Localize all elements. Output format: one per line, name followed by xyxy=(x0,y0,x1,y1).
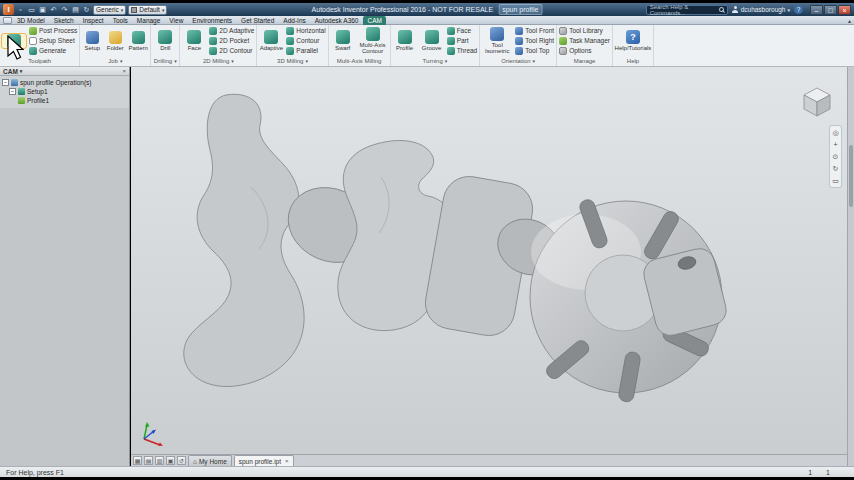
chevron-down-icon: ▾ xyxy=(120,58,123,64)
3d-milling-group-label[interactable]: 3D Milling▾ xyxy=(259,56,325,66)
tree-item-profile1[interactable]: Profile1 xyxy=(2,96,127,104)
app-menu-icon[interactable] xyxy=(3,17,12,24)
tool-library-button[interactable]: Tool Library xyxy=(559,27,610,35)
close-button[interactable]: × xyxy=(838,5,851,15)
2d-adaptive-button[interactable]: 2D Adaptive xyxy=(209,27,254,35)
swarf-button[interactable]: Swarf xyxy=(331,30,355,51)
view-cube[interactable] xyxy=(799,83,835,119)
pattern-button[interactable]: Pattern xyxy=(128,31,148,51)
horizontal-button[interactable]: Horizontal xyxy=(286,27,325,35)
help-search-input[interactable]: Search Help & Commands... xyxy=(646,5,728,15)
orientation-group-label[interactable]: Orientation▾ xyxy=(482,56,554,66)
tool-front-button[interactable]: Tool Front xyxy=(515,27,554,35)
tool-isometric-button[interactable]: Tool Isometric xyxy=(482,27,512,54)
ribbon-collapse-icon[interactable]: ▴ xyxy=(848,17,851,24)
tree-item-operations[interactable]: − spun profile Operation(s) xyxy=(2,78,127,86)
tab-environments[interactable]: Environments xyxy=(188,16,236,25)
close-tab-icon[interactable]: × xyxy=(285,458,289,464)
options-button[interactable]: Options xyxy=(559,47,610,55)
user-account-button[interactable]: dcuhasborough ▾ xyxy=(732,6,790,13)
viewport-3d[interactable]: ◎ + ⊙ ↻ ▭ ▦ ▤ ▥ ▣ ↺ xyxy=(131,67,847,466)
browser-close-icon[interactable]: × xyxy=(122,68,126,74)
new-file-icon[interactable]: ▫ xyxy=(16,5,25,15)
orbit-button[interactable]: ↻ xyxy=(831,164,840,173)
tab-view[interactable]: View xyxy=(165,16,187,25)
multi-axis-contour-button[interactable]: Multi-Axis Contour xyxy=(358,27,388,54)
zoom-button[interactable]: ⊙ xyxy=(831,152,840,161)
tab-inspect[interactable]: Inspect xyxy=(79,16,108,25)
scrollbar-thumb[interactable] xyxy=(849,145,853,207)
expander-icon[interactable]: − xyxy=(9,88,16,95)
list-view-icon[interactable]: ▤ xyxy=(144,456,153,465)
material-combo[interactable]: Generic ▾ xyxy=(93,5,126,15)
turning-face-button[interactable]: Face xyxy=(447,27,478,35)
parallel-button[interactable]: Parallel xyxy=(286,47,325,55)
tool-top-button[interactable]: Tool Top xyxy=(515,47,554,55)
help-icon[interactable]: ? xyxy=(794,5,803,14)
help-tutorials-button[interactable]: ?Help/Tutorials xyxy=(615,30,651,51)
chevron-down-icon: ▾ xyxy=(162,7,165,13)
previous-view-icon[interactable]: ↺ xyxy=(177,456,186,465)
setup-button[interactable]: Setup xyxy=(82,31,102,51)
look-at-button[interactable]: ▭ xyxy=(831,176,840,185)
profile-button[interactable]: Profile xyxy=(393,30,417,51)
inventor-logo-icon[interactable]: I xyxy=(3,4,14,15)
drill-icon xyxy=(158,30,172,44)
tab-sketch[interactable]: Sketch xyxy=(50,16,78,25)
minimize-button[interactable]: – xyxy=(810,5,823,15)
tool-library-icon xyxy=(559,27,567,35)
tree-item-setup1[interactable]: − Setup1 xyxy=(2,87,127,95)
turning-thread-button[interactable]: Thread xyxy=(447,47,478,55)
tab-my-home[interactable]: ⌂ My Home xyxy=(188,455,232,466)
chevron-down-icon[interactable]: ▾ xyxy=(20,68,23,74)
help-group-label: Help xyxy=(615,56,651,66)
redo-icon[interactable]: ↷ xyxy=(60,5,69,15)
update-icon[interactable]: ↻ xyxy=(82,5,91,15)
save-icon[interactable]: ▣ xyxy=(38,5,47,15)
post-process-button[interactable]: Post Process xyxy=(29,27,77,35)
appearance-combo[interactable]: Default ▾ xyxy=(128,5,167,15)
2d-milling-group-label[interactable]: 2D Milling▾ xyxy=(182,56,254,66)
open-icon[interactable]: ▭ xyxy=(27,5,36,15)
application-window: I ▫ ▭ ▣ ↶ ↷ ▤ ↻ Generic ▾ Default ▾ Auto… xyxy=(0,0,854,480)
contour-button[interactable]: Contour xyxy=(286,37,325,45)
columns-view-icon[interactable]: ▥ xyxy=(155,456,164,465)
setup-sheet-button[interactable]: Setup Sheet xyxy=(29,37,77,45)
tab-manage[interactable]: Manage xyxy=(133,16,165,25)
tab-autodesk-a360[interactable]: Autodesk A360 xyxy=(311,16,363,25)
groove-button[interactable]: Groove xyxy=(420,30,444,51)
tab-tools[interactable]: Tools xyxy=(109,16,132,25)
folder-button[interactable]: Folder xyxy=(105,31,125,51)
status-count-2: 1 xyxy=(826,469,830,476)
arrange-windows-icon[interactable]: ▣ xyxy=(166,456,175,465)
face-button[interactable]: Face xyxy=(182,30,206,51)
pan-button[interactable]: + xyxy=(831,140,840,149)
model-spun-profile[interactable] xyxy=(131,67,847,454)
job-group-label[interactable]: Job▾ xyxy=(82,56,148,66)
navigation-wheel-button[interactable]: ◎ xyxy=(831,128,840,137)
turning-group-label[interactable]: Turning▾ xyxy=(393,56,478,66)
2d-pocket-button[interactable]: 2D Pocket xyxy=(209,37,254,45)
undo-icon[interactable]: ↶ xyxy=(49,5,58,15)
2d-contour-button[interactable]: 2D Contour xyxy=(209,47,254,55)
expander-icon[interactable]: − xyxy=(2,79,9,86)
generate-button[interactable]: Generate xyxy=(29,47,77,55)
tab-get-started[interactable]: Get Started xyxy=(237,16,278,25)
task-manager-button[interactable]: Task Manager xyxy=(559,37,610,45)
drilling-group-label[interactable]: Drilling▾ xyxy=(153,56,177,66)
print-icon[interactable]: ▤ xyxy=(71,5,80,15)
tab-3d-model[interactable]: 3D Model xyxy=(13,16,49,25)
window-controls: – □ × xyxy=(810,5,851,15)
tab-spun-profile-ipt[interactable]: spun profile.ipt × xyxy=(234,455,294,466)
adaptive-button[interactable]: Adaptive xyxy=(259,30,283,51)
turning-part-button[interactable]: Part xyxy=(447,37,478,45)
drill-button[interactable]: Drill xyxy=(153,30,177,51)
navigation-bar: ◎ + ⊙ ↻ ▭ xyxy=(829,125,842,188)
mouse-cursor xyxy=(6,34,24,60)
tab-cam[interactable]: CAM xyxy=(363,16,385,25)
tool-right-button[interactable]: Tool Right xyxy=(515,37,554,45)
maximize-button[interactable]: □ xyxy=(824,5,837,15)
tab-add-ins[interactable]: Add-Ins xyxy=(279,16,309,25)
grid-view-icon[interactable]: ▦ xyxy=(133,456,142,465)
vertical-scrollbar[interactable] xyxy=(847,67,854,466)
